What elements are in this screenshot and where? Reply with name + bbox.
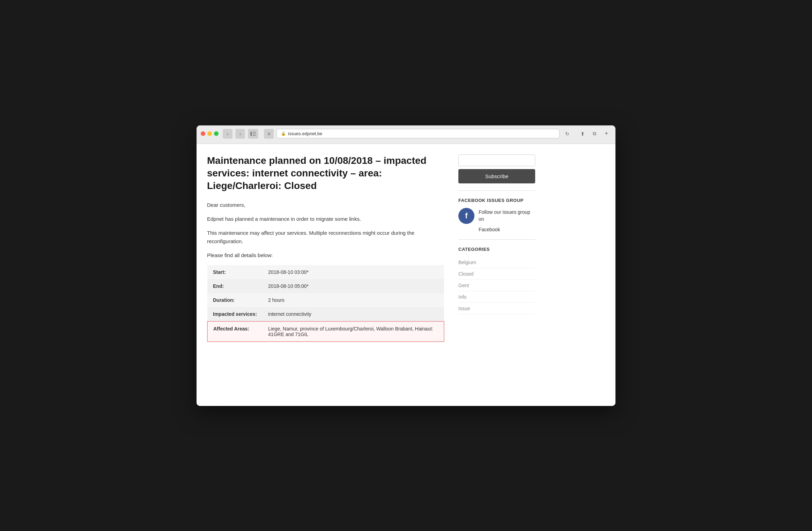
category-item-gent[interactable]: Gent: [458, 280, 535, 291]
category-item-closed[interactable]: Closed: [458, 268, 535, 280]
duplicate-button[interactable]: ⧉: [590, 129, 599, 139]
browser-toolbar: ‹ › ≡ 🔒 issues.edpnet.be ↻: [201, 129, 611, 141]
browser-window: ‹ › ≡ 🔒 issues.edpnet.be ↻: [197, 125, 615, 406]
refresh-icon: ↻: [565, 131, 569, 137]
article-paragraph2: This maintenance may affect your service…: [207, 229, 444, 246]
sidebar-divider-2: [458, 239, 535, 240]
facebook-follow-text: Follow our issues group on: [479, 209, 535, 223]
table-row-impacted: Impacted services: internet connectivity: [207, 307, 444, 321]
category-item-belgium[interactable]: Belgium: [458, 257, 535, 268]
facebook-link[interactable]: Facebook: [479, 227, 535, 232]
main-content: Maintenance planned on 10/08/2018 – impa…: [207, 154, 444, 395]
facebook-section-title: FACEBOOK ISSUES GROUP: [458, 198, 535, 203]
facebook-section: FACEBOOK ISSUES GROUP f Follow our issue…: [458, 198, 535, 232]
end-value: 2018-08-10 05:00*: [263, 279, 444, 293]
facebook-group: f Follow our issues group on: [458, 208, 535, 224]
lock-icon: 🔒: [281, 131, 286, 136]
categories-list: Belgium Closed Gent Info Issue: [458, 257, 535, 314]
svg-rect-3: [253, 135, 256, 136]
article-paragraph3: Please find all details below:: [207, 251, 444, 260]
affected-value: Liege, Namur, province of Luxembourg/Cha…: [263, 321, 444, 342]
affected-label: Affected Areas:: [207, 321, 263, 342]
category-item-issue[interactable]: Issue: [458, 303, 535, 314]
impacted-label: Impacted services:: [207, 307, 263, 321]
back-button[interactable]: ‹: [223, 129, 232, 139]
traffic-light-green[interactable]: [214, 131, 219, 136]
page-content: Maintenance planned on 10/08/2018 – impa…: [197, 144, 615, 406]
traffic-lights: [201, 131, 219, 136]
url-text: issues.edpnet.be: [288, 131, 322, 136]
back-icon: ‹: [227, 131, 229, 137]
duration-value: 2 hours: [263, 293, 444, 307]
duration-label: Duration:: [207, 293, 263, 307]
svg-rect-2: [253, 133, 256, 134]
browser-chrome: ‹ › ≡ 🔒 issues.edpnet.be ↻: [197, 125, 615, 144]
forward-icon: ›: [239, 131, 241, 137]
traffic-light-yellow[interactable]: [207, 131, 212, 136]
sidebar-icon: [250, 132, 256, 136]
menu-button[interactable]: ≡: [264, 129, 274, 139]
right-buttons: ⬆ ⧉ +: [578, 129, 611, 139]
forward-button[interactable]: ›: [235, 129, 245, 139]
table-row-start: Start: 2018-08-10 03:00*: [207, 265, 444, 279]
plus-icon: +: [605, 130, 608, 137]
subscribe-button[interactable]: Subscribe: [458, 169, 535, 183]
table-row-end: End: 2018-08-10 05:00*: [207, 279, 444, 293]
sidebar-button[interactable]: [248, 129, 258, 139]
new-tab-button[interactable]: +: [601, 129, 611, 139]
refresh-button[interactable]: ↻: [562, 129, 572, 139]
categories-section: CATEGORIES Belgium Closed Gent Info Issu…: [458, 247, 535, 314]
article-title: Maintenance planned on 10/08/2018 – impa…: [207, 154, 444, 192]
subscribe-email-input[interactable]: [458, 154, 535, 166]
tab-bar: [201, 141, 611, 144]
table-row-duration: Duration: 2 hours: [207, 293, 444, 307]
end-label: End:: [207, 279, 263, 293]
start-label: Start:: [207, 265, 263, 279]
article-paragraph1: Edpnet has planned a maintenance in orde…: [207, 215, 444, 223]
sidebar-divider-1: [458, 190, 535, 191]
svg-rect-1: [253, 132, 256, 132]
article-body: Dear customers, Edpnet has planned a mai…: [207, 201, 444, 342]
start-value: 2018-08-10 03:00*: [263, 265, 444, 279]
facebook-icon[interactable]: f: [458, 208, 474, 224]
impacted-value: internet connectivity: [263, 307, 444, 321]
menu-icon: ≡: [267, 131, 270, 137]
svg-rect-0: [250, 132, 252, 136]
share-icon: ⬆: [581, 131, 585, 137]
address-bar[interactable]: 🔒 issues.edpnet.be: [276, 129, 560, 138]
category-item-info[interactable]: Info: [458, 291, 535, 303]
table-row-affected: Affected Areas: Liege, Namur, province o…: [207, 321, 444, 342]
sidebar: Subscribe FACEBOOK ISSUES GROUP f Follow…: [458, 154, 535, 395]
article-intro: Dear customers,: [207, 201, 444, 209]
traffic-light-red[interactable]: [201, 131, 205, 136]
categories-section-title: CATEGORIES: [458, 247, 535, 252]
share-button[interactable]: ⬆: [578, 129, 588, 139]
details-table: Start: 2018-08-10 03:00* End: 2018-08-10…: [207, 265, 444, 342]
duplicate-icon: ⧉: [593, 131, 596, 137]
